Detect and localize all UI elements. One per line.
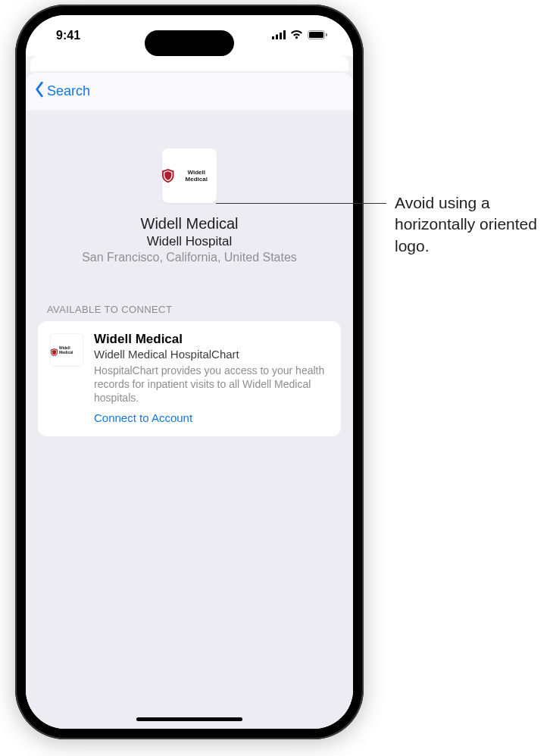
status-indicators <box>272 29 327 42</box>
battery-icon <box>308 29 327 42</box>
phone-screen: 9:41 Search <box>26 15 353 729</box>
provider-logo-small: Widell Medical <box>50 333 83 367</box>
shield-icon <box>51 345 58 355</box>
shield-icon <box>162 169 174 183</box>
callout-leader-line <box>216 203 386 204</box>
modal-sheet: Search Widell Medical Widell Medical Wid… <box>26 73 353 729</box>
provider-name: Widell Medical <box>141 215 239 233</box>
svg-rect-2 <box>280 33 282 39</box>
status-time: 9:41 <box>56 29 80 42</box>
svg-rect-3 <box>283 30 286 39</box>
section-header-available: AVAILABLE TO CONNECT <box>26 276 353 321</box>
provider-logo-large: Widell Medical <box>162 148 217 203</box>
provider-subname: Widell Hospital <box>147 234 232 249</box>
wifi-icon <box>290 29 303 42</box>
cellular-icon <box>272 29 286 42</box>
svg-rect-1 <box>276 35 278 40</box>
connect-card-description: HospitalChart provides you access to you… <box>94 364 329 405</box>
connect-card: Widell Medical Widell Medical Widell Med… <box>38 321 341 436</box>
provider-header: Widell Medical Widell Medical Widell Hos… <box>26 111 353 276</box>
nav-bar: Search <box>26 73 353 111</box>
back-label: Search <box>47 83 90 99</box>
svg-rect-5 <box>309 32 323 38</box>
phone-frame: 9:41 Search <box>15 5 364 739</box>
dynamic-island <box>145 30 234 56</box>
back-button[interactable]: Search <box>33 81 90 102</box>
chevron-left-icon <box>33 81 45 102</box>
sheet-behind <box>30 56 348 73</box>
provider-location: San Francisco, California, United States <box>82 251 297 264</box>
svg-rect-6 <box>326 33 327 36</box>
provider-logo-small-text: Widell Medical <box>59 345 83 355</box>
connect-card-subtitle: Widell Medical HospitalChart <box>94 348 329 361</box>
connect-card-title: Widell Medical <box>94 332 329 347</box>
callout-text: Avoid using a horizontally oriented logo… <box>395 192 546 257</box>
connect-to-account-link[interactable]: Connect to Account <box>94 411 329 424</box>
connect-card-body: Widell Medical Widell Medical HospitalCh… <box>94 332 329 424</box>
svg-rect-0 <box>272 36 274 39</box>
provider-logo-text: Widell Medical <box>177 169 217 183</box>
home-indicator[interactable] <box>136 717 242 721</box>
